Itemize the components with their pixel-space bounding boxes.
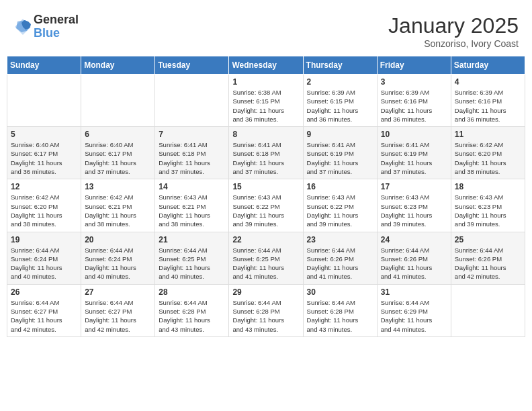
day-info: Sunrise: 6:42 AM Sunset: 6:20 PM Dayligh…: [455, 140, 521, 176]
day-number: 7: [159, 130, 225, 139]
day-info: Sunrise: 6:40 AM Sunset: 6:17 PM Dayligh…: [11, 140, 77, 176]
calendar-cell: 29Sunrise: 6:44 AM Sunset: 6:28 PM Dayli…: [229, 284, 303, 336]
day-info: Sunrise: 6:39 AM Sunset: 6:15 PM Dayligh…: [307, 88, 373, 124]
calendar-cell: 11Sunrise: 6:42 AM Sunset: 6:20 PM Dayli…: [451, 127, 525, 179]
header-day-monday: Monday: [81, 56, 155, 75]
calendar-cell: 14Sunrise: 6:43 AM Sunset: 6:21 PM Dayli…: [155, 179, 229, 232]
month-title: January 2025: [388, 13, 519, 38]
calendar-cell: 5Sunrise: 6:40 AM Sunset: 6:17 PM Daylig…: [7, 127, 81, 179]
day-info: Sunrise: 6:38 AM Sunset: 6:15 PM Dayligh…: [232, 88, 299, 124]
calendar-cell: 4Sunrise: 6:39 AM Sunset: 6:16 PM Daylig…: [451, 75, 525, 127]
calendar-cell: 19Sunrise: 6:44 AM Sunset: 6:24 PM Dayli…: [7, 232, 81, 284]
day-info: Sunrise: 6:41 AM Sunset: 6:19 PM Dayligh…: [381, 140, 447, 176]
calendar-week-5: 26Sunrise: 6:44 AM Sunset: 6:27 PM Dayli…: [7, 284, 525, 336]
calendar-cell: 31Sunrise: 6:44 AM Sunset: 6:29 PM Dayli…: [377, 284, 451, 336]
calendar-cell: 2Sunrise: 6:39 AM Sunset: 6:15 PM Daylig…: [303, 75, 377, 127]
day-number: 28: [159, 287, 225, 297]
calendar-cell: 8Sunrise: 6:41 AM Sunset: 6:18 PM Daylig…: [229, 127, 303, 179]
day-info: Sunrise: 6:43 AM Sunset: 6:22 PM Dayligh…: [232, 193, 299, 228]
day-number: 8: [232, 130, 299, 139]
calendar-cell: 26Sunrise: 6:44 AM Sunset: 6:27 PM Dayli…: [7, 284, 81, 336]
day-number: 17: [381, 182, 447, 191]
calendar-cell: 30Sunrise: 6:44 AM Sunset: 6:28 PM Dayli…: [303, 284, 377, 336]
day-info: Sunrise: 6:41 AM Sunset: 6:18 PM Dayligh…: [159, 140, 225, 176]
calendar-cell: 9Sunrise: 6:41 AM Sunset: 6:19 PM Daylig…: [303, 127, 377, 179]
day-number: 16: [307, 182, 373, 191]
calendar-cell: 22Sunrise: 6:44 AM Sunset: 6:25 PM Dayli…: [229, 232, 303, 284]
page-header: General Blue January 2025 Sonzoriso, Ivo…: [7, 7, 525, 52]
calendar-cell: 15Sunrise: 6:43 AM Sunset: 6:22 PM Dayli…: [229, 179, 303, 232]
calendar-cell: [7, 75, 81, 127]
calendar-cell: 3Sunrise: 6:39 AM Sunset: 6:16 PM Daylig…: [377, 75, 451, 127]
day-info: Sunrise: 6:44 AM Sunset: 6:26 PM Dayligh…: [455, 246, 521, 281]
day-info: Sunrise: 6:43 AM Sunset: 6:21 PM Dayligh…: [159, 193, 225, 228]
calendar-body: 1Sunrise: 6:38 AM Sunset: 6:15 PM Daylig…: [7, 75, 525, 337]
header-row: SundayMondayTuesdayWednesdayThursdayFrid…: [7, 56, 525, 75]
day-info: Sunrise: 6:44 AM Sunset: 6:25 PM Dayligh…: [159, 246, 225, 281]
calendar-header: SundayMondayTuesdayWednesdayThursdayFrid…: [7, 56, 525, 75]
calendar-week-3: 12Sunrise: 6:42 AM Sunset: 6:20 PM Dayli…: [7, 179, 525, 232]
day-number: 9: [307, 130, 373, 139]
calendar-cell: 27Sunrise: 6:44 AM Sunset: 6:27 PM Dayli…: [81, 284, 155, 336]
calendar-cell: 20Sunrise: 6:44 AM Sunset: 6:24 PM Dayli…: [81, 232, 155, 284]
day-number: 2: [307, 77, 373, 87]
day-info: Sunrise: 6:44 AM Sunset: 6:27 PM Dayligh…: [85, 298, 151, 334]
calendar-cell: [81, 75, 155, 127]
day-info: Sunrise: 6:44 AM Sunset: 6:28 PM Dayligh…: [159, 298, 225, 334]
calendar-cell: 6Sunrise: 6:40 AM Sunset: 6:17 PM Daylig…: [81, 127, 155, 179]
location-text: Sonzoriso, Ivory Coast: [388, 38, 519, 49]
day-info: Sunrise: 6:44 AM Sunset: 6:25 PM Dayligh…: [232, 246, 299, 281]
calendar-cell: [451, 284, 525, 336]
calendar-week-1: 1Sunrise: 6:38 AM Sunset: 6:15 PM Daylig…: [7, 75, 525, 127]
header-day-thursday: Thursday: [303, 56, 377, 75]
day-info: Sunrise: 6:43 AM Sunset: 6:23 PM Dayligh…: [381, 193, 447, 228]
day-info: Sunrise: 6:39 AM Sunset: 6:16 PM Dayligh…: [381, 88, 447, 124]
day-info: Sunrise: 6:44 AM Sunset: 6:27 PM Dayligh…: [11, 298, 77, 334]
day-info: Sunrise: 6:44 AM Sunset: 6:26 PM Dayligh…: [381, 246, 447, 281]
calendar-cell: 16Sunrise: 6:43 AM Sunset: 6:22 PM Dayli…: [303, 179, 377, 232]
day-info: Sunrise: 6:40 AM Sunset: 6:17 PM Dayligh…: [85, 140, 151, 176]
day-number: 30: [307, 287, 373, 297]
calendar-cell: 12Sunrise: 6:42 AM Sunset: 6:20 PM Dayli…: [7, 179, 81, 232]
day-info: Sunrise: 6:44 AM Sunset: 6:29 PM Dayligh…: [381, 298, 447, 334]
calendar-cell: 13Sunrise: 6:42 AM Sunset: 6:21 PM Dayli…: [81, 179, 155, 232]
header-day-tuesday: Tuesday: [155, 56, 229, 75]
day-info: Sunrise: 6:44 AM Sunset: 6:28 PM Dayligh…: [232, 298, 299, 334]
calendar-cell: 28Sunrise: 6:44 AM Sunset: 6:28 PM Dayli…: [155, 284, 229, 336]
day-number: 15: [232, 182, 299, 191]
header-day-sunday: Sunday: [7, 56, 81, 75]
day-number: 3: [381, 77, 447, 87]
day-info: Sunrise: 6:42 AM Sunset: 6:20 PM Dayligh…: [11, 193, 77, 228]
day-number: 18: [455, 182, 521, 191]
header-day-saturday: Saturday: [451, 56, 525, 75]
day-number: 29: [232, 287, 299, 297]
calendar-cell: 24Sunrise: 6:44 AM Sunset: 6:26 PM Dayli…: [377, 232, 451, 284]
logo: General Blue: [13, 13, 79, 40]
day-number: 31: [381, 287, 447, 297]
calendar-cell: 25Sunrise: 6:44 AM Sunset: 6:26 PM Dayli…: [451, 232, 525, 284]
day-number: 23: [307, 235, 373, 244]
day-number: 24: [381, 235, 447, 244]
header-day-wednesday: Wednesday: [229, 56, 303, 75]
logo-text: General Blue: [34, 13, 79, 40]
calendar-cell: 10Sunrise: 6:41 AM Sunset: 6:19 PM Dayli…: [377, 127, 451, 179]
day-number: 6: [85, 130, 151, 139]
calendar-week-2: 5Sunrise: 6:40 AM Sunset: 6:17 PM Daylig…: [7, 127, 525, 179]
header-day-friday: Friday: [377, 56, 451, 75]
day-number: 27: [85, 287, 151, 297]
logo-general-text: General: [34, 13, 79, 27]
day-info: Sunrise: 6:44 AM Sunset: 6:24 PM Dayligh…: [85, 246, 151, 281]
day-info: Sunrise: 6:41 AM Sunset: 6:18 PM Dayligh…: [232, 140, 299, 176]
day-number: 21: [159, 235, 225, 244]
day-info: Sunrise: 6:44 AM Sunset: 6:28 PM Dayligh…: [307, 298, 373, 334]
calendar-cell: 23Sunrise: 6:44 AM Sunset: 6:26 PM Dayli…: [303, 232, 377, 284]
day-number: 11: [455, 130, 521, 139]
calendar-cell: 7Sunrise: 6:41 AM Sunset: 6:18 PM Daylig…: [155, 127, 229, 179]
calendar-week-4: 19Sunrise: 6:44 AM Sunset: 6:24 PM Dayli…: [7, 232, 525, 284]
day-info: Sunrise: 6:41 AM Sunset: 6:19 PM Dayligh…: [307, 140, 373, 176]
calendar-cell: 21Sunrise: 6:44 AM Sunset: 6:25 PM Dayli…: [155, 232, 229, 284]
day-info: Sunrise: 6:42 AM Sunset: 6:21 PM Dayligh…: [85, 193, 151, 228]
day-number: 5: [11, 130, 77, 139]
day-number: 4: [455, 77, 521, 87]
calendar-table: SundayMondayTuesdayWednesdayThursdayFrid…: [7, 56, 525, 337]
